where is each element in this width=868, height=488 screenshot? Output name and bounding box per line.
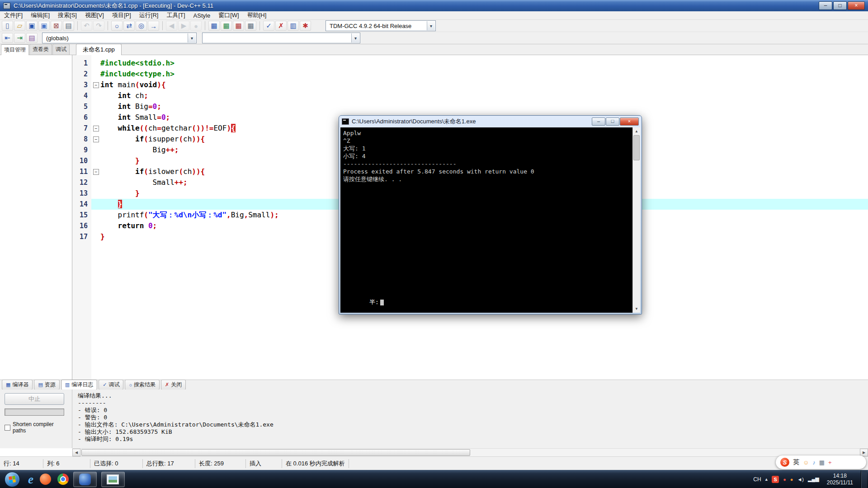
bottom-tab[interactable]: ○搜索结果 [125,380,160,390]
jump-back-icon[interactable]: ⇤ [2,33,13,43]
open-folder-icon[interactable]: ▱ [14,21,25,31]
editor-tab-unnamed1[interactable]: 未命名1.cpp [76,44,122,55]
new-project-icon[interactable]: ▦ [208,21,220,31]
code-line[interactable]: 5 int Big=0; [72,101,868,112]
horizontal-scrollbar[interactable]: ◀ ▶ [72,448,868,456]
menu-item[interactable]: 文件[F] [0,11,27,19]
console-window[interactable]: C:\Users\Administrator\Documents\未命名1.ex… [339,115,642,314]
project-panel[interactable] [0,55,72,380]
menu-item[interactable]: AStyle [189,12,215,19]
find-icon[interactable]: ○ [111,21,123,31]
globals-combo[interactable]: (globals) ▾ [42,33,197,43]
chevron-down-icon[interactable]: ▾ [427,21,435,30]
emoticon-icon[interactable]: ☺ [803,459,809,466]
code-line[interactable]: 4 int ch; [72,90,868,101]
close-button[interactable]: × [848,1,865,10]
bottom-tab[interactable]: ▤资源 [34,380,59,390]
internet-explorer-icon[interactable]: e [28,472,33,487]
menu-item[interactable]: 视图[V] [81,11,108,19]
tray-expand-icon[interactable]: ▴ [765,476,768,482]
scroll-down-icon[interactable]: ▼ [633,305,640,313]
fold-collapse-icon[interactable]: − [93,136,99,142]
minimize-button[interactable]: – [819,1,832,10]
code-line[interactable]: 1#include<stdio.h> [72,58,868,69]
profiling-analysis-icon[interactable]: ✱ [300,21,311,31]
security-tray-icon[interactable]: ● [783,477,786,482]
save-icon[interactable]: ▣ [26,21,38,31]
menu-item[interactable]: 编辑[E] [27,11,54,19]
scroll-right-icon[interactable]: ▶ [860,449,868,456]
console-scrollbar-thumb[interactable] [633,135,640,160]
bottom-tab[interactable]: ▦编译器 [2,380,33,390]
bottom-tab[interactable]: ✓调试 [99,380,123,390]
voice-input-icon[interactable]: ♪ [812,459,816,466]
maximize-button[interactable]: □ [833,1,847,10]
fold-collapse-icon[interactable]: − [93,126,99,131]
left-panel-tab[interactable]: 调试 [52,44,70,55]
profile-icon[interactable]: ▥ [288,21,299,31]
bookmark-icon[interactable]: ▤ [26,33,38,43]
close-file-icon[interactable]: ⊠ [51,21,62,31]
console-minimize-button[interactable]: – [592,117,605,126]
find-in-files-icon[interactable]: ◎ [136,21,147,31]
scroll-up-icon[interactable]: ▲ [633,127,640,135]
menu-item[interactable]: 运行[R] [135,11,163,19]
jump-forward-icon[interactable]: ⇥ [14,33,25,43]
taskbar-image-viewer-button[interactable] [101,472,125,487]
compiler-select[interactable]: TDM-GCC 4.9.2 64-bit Release ▾ [326,20,436,31]
code-line[interactable]: 3−int main(void){ [72,80,868,90]
console-maximize-button[interactable]: □ [606,117,619,126]
left-panel-tab[interactable]: 项目管理 [1,44,29,55]
console-close-button[interactable]: × [620,117,639,126]
menu-item[interactable]: 搜索[S] [54,11,81,19]
compile-icon[interactable]: ✓ [263,21,274,31]
console-titlebar[interactable]: C:\Users\Administrator\Documents\未命名1.ex… [339,116,642,127]
remove-file-icon[interactable]: ▦ [233,21,244,31]
fold-collapse-icon[interactable]: − [93,169,99,175]
taskbar-devcpp-button[interactable] [73,472,97,487]
bottom-tab[interactable]: ✗关闭 [161,380,186,390]
code-line[interactable]: 2#include<ctype.h> [72,69,868,80]
taskbar-clock[interactable]: 14:18 2025/11/11 [823,473,857,486]
add-file-icon[interactable]: ▦ [221,21,232,31]
sogou-browser-icon[interactable] [40,474,51,485]
chrome-icon[interactable] [57,474,69,485]
menu-item[interactable]: 工具[T] [162,11,189,19]
scrollbar-thumb[interactable] [81,449,470,456]
stop-execution-icon[interactable]: ✗ [275,21,287,31]
members-combo[interactable]: ▾ [202,33,360,43]
virtual-keyboard-icon[interactable]: ▦ [819,459,825,466]
sogou-logo-icon[interactable]: S [780,458,789,467]
print-icon[interactable]: ▤ [63,21,74,31]
network-icon[interactable]: ▂▄▆ [808,476,819,482]
scroll-left-icon[interactable]: ◀ [72,449,80,456]
menu-item[interactable]: 项目[P] [108,11,135,19]
console-output[interactable]: Applw^Z大写: 1小写: 4-----------------------… [340,127,640,313]
console-scrollbar[interactable]: ▲ ▼ [632,127,640,313]
update-tray-icon[interactable]: ● [790,477,793,482]
titlebar[interactable]: C:\Users\Administrator\Documents\未命名1.cp… [0,0,868,11]
bottom-tab[interactable]: ▥编译日志 [61,380,97,390]
left-panel-tab[interactable]: 查看类 [29,44,52,55]
volume-icon[interactable]: ◄) [797,477,804,482]
checkbox-box[interactable] [5,425,10,431]
chevron-down-icon[interactable]: ▾ [351,33,359,42]
show-desktop-button[interactable] [861,470,867,488]
fold-collapse-icon[interactable]: − [93,82,99,88]
abort-button[interactable]: 中止 [5,393,64,405]
chevron-down-icon[interactable]: ▾ [188,33,196,42]
ime-toolbar[interactable]: S 英 ☺♪▦+ [776,455,866,469]
sogou-ime-tray-icon[interactable]: S [772,476,779,483]
start-button[interactable] [5,472,20,487]
menu-item[interactable]: 窗口[W] [214,11,243,19]
toolbox-icon[interactable]: + [828,459,832,466]
replace-icon[interactable]: ⇄ [123,21,135,31]
shorten-paths-checkbox[interactable]: Shorten compiler paths [5,421,67,434]
new-file-icon[interactable]: ▯ [2,21,13,31]
save-all-icon[interactable]: ▣ [38,21,50,31]
ime-mode-indicator[interactable]: 英 [793,458,799,466]
menu-item[interactable]: 帮助[H] [243,11,271,19]
project-options-icon[interactable]: ▦ [245,21,256,31]
language-indicator[interactable]: CH [753,476,761,483]
goto-line-icon[interactable]: → [148,21,159,31]
